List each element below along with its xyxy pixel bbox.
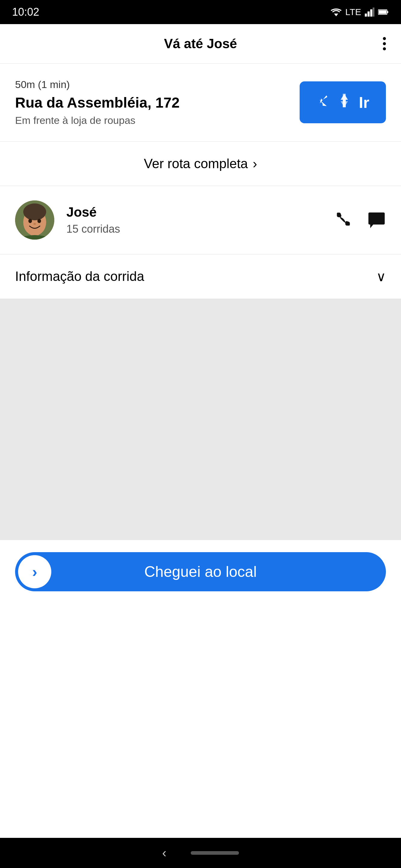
nav-distance: 50m (1 min) bbox=[15, 79, 299, 90]
wifi-icon bbox=[331, 8, 342, 16]
menu-dot-2 bbox=[383, 42, 386, 45]
status-bar: 10:02 LTE bbox=[0, 0, 401, 24]
chevron-down-icon: ∨ bbox=[376, 269, 386, 284]
svg-point-13 bbox=[33, 223, 36, 225]
svg-point-12 bbox=[37, 219, 41, 223]
route-section[interactable]: Ver rota completa › bbox=[0, 142, 401, 186]
nav-info: 50m (1 min) Rua da Assembléia, 172 Em fr… bbox=[15, 79, 299, 126]
nav-street: Rua da Assembléia, 172 bbox=[15, 94, 299, 112]
driver-rides: 15 corridas bbox=[66, 223, 322, 236]
menu-button[interactable] bbox=[383, 37, 386, 50]
driver-actions bbox=[334, 210, 386, 230]
svg-rect-16 bbox=[368, 213, 385, 224]
svg-marker-17 bbox=[370, 224, 373, 228]
info-section[interactable]: Informação da corrida ∨ bbox=[0, 254, 401, 299]
driver-name: José bbox=[66, 205, 322, 220]
app-content: Vá até José 50m (1 min) Rua da Assembléi… bbox=[0, 24, 401, 838]
status-time: 10:02 bbox=[12, 6, 39, 19]
arrive-button-label: Cheguei ao local bbox=[30, 563, 371, 581]
menu-dot-3 bbox=[383, 47, 386, 50]
svg-rect-2 bbox=[368, 11, 370, 17]
driver-section: José 15 corridas bbox=[0, 186, 401, 254]
arrive-section: › Cheguei ao local bbox=[0, 540, 401, 610]
nav-note: Em frente à loja de roupas bbox=[15, 115, 299, 126]
status-icons: LTE bbox=[331, 7, 389, 17]
go-button[interactable]: Ir bbox=[299, 82, 386, 123]
navigate-icon bbox=[316, 92, 353, 113]
svg-point-10 bbox=[23, 204, 46, 220]
arrive-arrow-icon: › bbox=[32, 563, 37, 581]
message-button[interactable] bbox=[367, 210, 386, 230]
svg-rect-6 bbox=[379, 10, 386, 14]
svg-rect-7 bbox=[387, 11, 388, 13]
signal-icon bbox=[365, 7, 374, 17]
svg-rect-4 bbox=[373, 7, 374, 17]
info-title: Informação da corrida bbox=[15, 269, 144, 284]
svg-point-11 bbox=[28, 219, 32, 223]
lte-label: LTE bbox=[345, 7, 361, 17]
arrive-button[interactable]: › Cheguei ao local bbox=[15, 552, 386, 591]
driver-info: José 15 corridas bbox=[66, 205, 322, 236]
home-indicator bbox=[191, 851, 239, 855]
svg-rect-1 bbox=[365, 13, 367, 17]
navigation-section: 50m (1 min) Rua da Assembléia, 172 Em fr… bbox=[0, 64, 401, 142]
call-button[interactable] bbox=[334, 210, 352, 230]
svg-rect-3 bbox=[370, 9, 372, 17]
chevron-right-icon: › bbox=[253, 156, 257, 171]
go-button-label: Ir bbox=[359, 93, 369, 112]
header: Vá até José bbox=[0, 24, 401, 64]
arrive-button-circle: › bbox=[18, 555, 51, 588]
back-button[interactable]: ‹ bbox=[162, 846, 167, 860]
map-area bbox=[0, 299, 401, 540]
menu-dot-1 bbox=[383, 37, 386, 40]
svg-marker-0 bbox=[334, 13, 338, 16]
bottom-bar: ‹ bbox=[0, 838, 401, 868]
header-title: Vá até José bbox=[164, 36, 237, 51]
route-link: Ver rota completa bbox=[144, 156, 248, 171]
battery-icon bbox=[378, 9, 389, 15]
driver-avatar bbox=[15, 200, 54, 240]
